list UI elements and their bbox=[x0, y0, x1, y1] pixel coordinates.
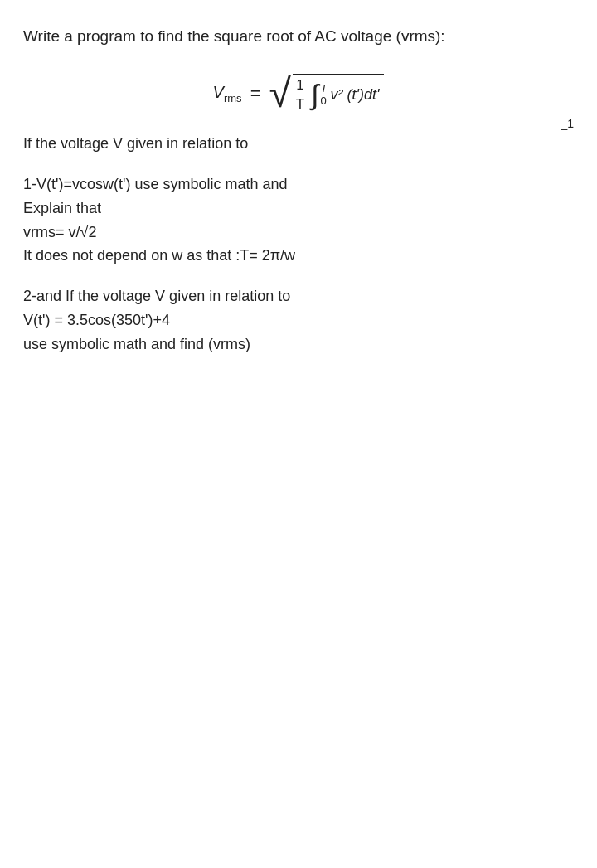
integral-expr: ∫ T 0 v² (t')dt' bbox=[309, 80, 379, 109]
section-block-intro: If the voltage V given in relation to _1 bbox=[23, 131, 574, 157]
page-content: Write a program to find the square root … bbox=[23, 25, 574, 356]
formula-lhs: Vrms bbox=[213, 83, 242, 104]
part2-label: 2-and If the voltage V given in relation… bbox=[23, 288, 290, 304]
formula-container: Vrms = √ 1 T ∫ T 0 v² (t')dt' bbox=[23, 74, 574, 114]
part1-label: 1-V(t')=vcosw(t') use symbolic math and bbox=[23, 176, 287, 192]
voltage-given-line: If the voltage V given in relation to _1 bbox=[23, 131, 574, 157]
intro-label: Write a program to find the square root … bbox=[23, 27, 445, 45]
vrms-line: vrms= v/√2 bbox=[23, 221, 574, 245]
vt-line: V(t') = 3.5cos(350t')+4 bbox=[23, 308, 574, 332]
integral-limits: T 0 bbox=[321, 82, 328, 107]
part1-label-line: 1-V(t')=vcosw(t') use symbolic math and bbox=[23, 172, 574, 196]
vt-text: V(t') = 3.5cos(350t')+4 bbox=[23, 312, 170, 328]
vrms-text: vrms= v/√2 bbox=[23, 224, 96, 240]
sqrt-symbol: √ bbox=[269, 74, 290, 114]
integral-upper: T bbox=[321, 82, 328, 95]
explain-that: Explain that bbox=[23, 200, 101, 216]
no-depend-line: It does not depend on w as that :T= 2π/w bbox=[23, 244, 574, 268]
fraction: 1 T bbox=[296, 77, 304, 113]
frac-numerator: 1 bbox=[296, 77, 304, 95]
use-symbolic-text: use symbolic math and find (vrms) bbox=[23, 336, 250, 352]
section-block-part2: 2-and If the voltage V given in relation… bbox=[23, 284, 574, 356]
integral-lower: 0 bbox=[321, 95, 327, 107]
superscript-1: _1 bbox=[561, 114, 574, 134]
formula-rhs: √ 1 T ∫ T 0 v² (t')dt' bbox=[269, 74, 384, 114]
section-block-part1: 1-V(t')=vcosw(t') use symbolic math and … bbox=[23, 172, 574, 268]
body-line1: If the voltage V given in relation to bbox=[23, 135, 248, 152]
integral-sign: ∫ bbox=[311, 80, 318, 109]
frac-denominator: T bbox=[296, 95, 304, 113]
formula-lhs-sub: rms bbox=[224, 92, 242, 104]
intro-text: Write a program to find the square root … bbox=[23, 25, 574, 49]
part2-label-line: 2-and If the voltage V given in relation… bbox=[23, 284, 574, 308]
explain-that-line: Explain that bbox=[23, 196, 574, 221]
no-depend-text: It does not depend on w as that :T= 2π/w bbox=[23, 247, 295, 264]
integrand: v² (t')dt' bbox=[331, 86, 380, 104]
sqrt-content: 1 T ∫ T 0 v² (t')dt' bbox=[296, 77, 380, 113]
use-symbolic-line: use symbolic math and find (vrms) bbox=[23, 332, 574, 356]
sqrt-inner: 1 T ∫ T 0 v² (t')dt' bbox=[293, 74, 385, 114]
formula-equals: = bbox=[250, 83, 261, 104]
